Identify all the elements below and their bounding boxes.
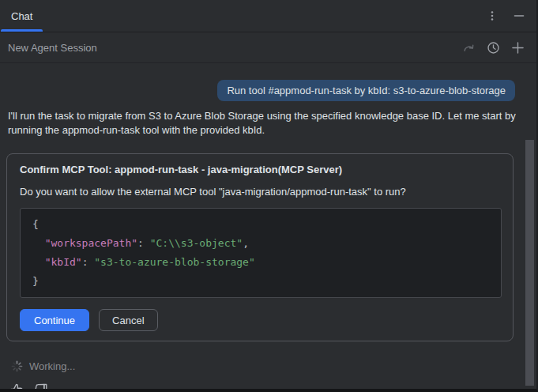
active-tab-indicator <box>1 29 43 32</box>
assistant-message: I'll run the task to migrate from S3 to … <box>8 109 519 138</box>
new-session-plus-icon[interactable] <box>510 40 525 55</box>
dialog-question: Do you want to allow the external MCP to… <box>20 186 502 198</box>
user-message-bubble: Run tool #appmod-run-task by kbId: s3-to… <box>217 80 515 101</box>
tab-chat-label: Chat <box>11 10 32 22</box>
scrollbar-thumb[interactable] <box>525 140 534 386</box>
continue-button[interactable]: Continue <box>20 309 89 331</box>
mcp-confirm-dialog: Confirm MCP Tool: appmod-run-task - java… <box>6 153 514 341</box>
mcp-args-code: { "workspacePath": "C:\\s3-object", "kbI… <box>20 208 502 298</box>
history-clock-icon[interactable] <box>485 40 501 55</box>
cancel-button[interactable]: Cancel <box>99 309 157 331</box>
toolbar-actions <box>461 40 525 55</box>
thumbs-up-icon[interactable] <box>9 383 24 392</box>
chat-content: Run tool #appmod-run-task by kbId: s3-to… <box>0 80 536 392</box>
minimize-icon[interactable] <box>511 8 527 24</box>
tab-chat[interactable]: Chat <box>0 0 43 32</box>
header-actions <box>484 8 536 24</box>
session-toolbar: New Agent Session <box>0 32 536 63</box>
dialog-buttons: Continue Cancel <box>20 309 502 331</box>
status-row: Working... <box>11 360 536 372</box>
user-message-row: Run tool #appmod-run-task by kbId: s3-to… <box>0 80 515 101</box>
more-options-icon[interactable] <box>484 8 500 24</box>
dialog-title: Confirm MCP Tool: appmod-run-task - java… <box>20 164 502 175</box>
chat-tool-window: Chat New Agent Session <box>0 0 538 392</box>
tool-window-header: Chat <box>0 0 536 32</box>
status-text: Working... <box>29 360 75 372</box>
progress-spinner-icon <box>11 360 23 372</box>
feedback-row <box>9 383 536 392</box>
session-title: New Agent Session <box>8 42 97 54</box>
redo-arrow-icon[interactable] <box>461 40 476 55</box>
thumbs-down-icon[interactable] <box>34 383 48 392</box>
